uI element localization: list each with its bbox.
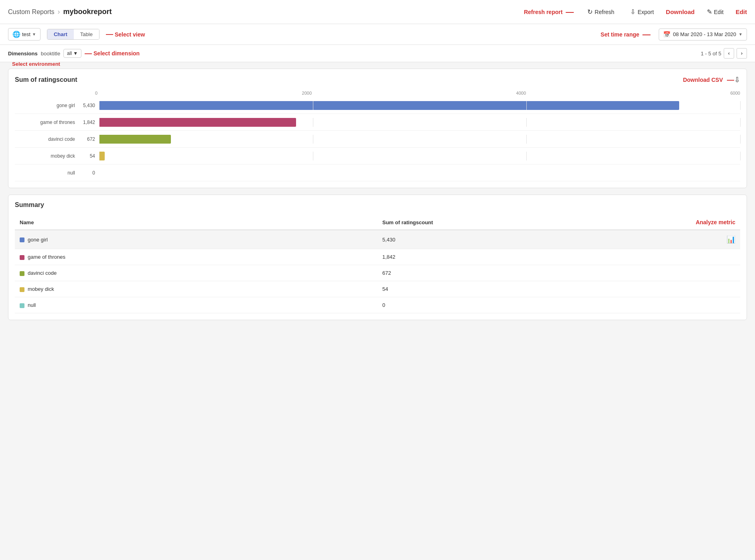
color-indicator (20, 255, 24, 260)
filter-chevron-icon: ▼ (73, 51, 78, 56)
chart-bar (99, 135, 171, 144)
chart-row-value: 1,842 (79, 120, 99, 125)
breadcrumb-current: mybookreport (63, 8, 112, 16)
table-cell-analyze (668, 249, 740, 265)
summary-card-header: Summary (15, 201, 740, 209)
dimension-filter-dropdown[interactable]: all ▼ (63, 49, 81, 58)
chart-x-axis: 0 2000 4000 6000 (15, 91, 740, 97)
chart-bar-area (99, 118, 740, 127)
table-cell-analyze: 📊 (668, 230, 740, 249)
table-cell-value: 5,430 (378, 230, 668, 249)
table-row: mobey dick54 (15, 281, 740, 297)
next-page-button[interactable]: › (737, 48, 747, 59)
chart-row: game of thrones1,842 (15, 114, 740, 131)
set-time-annotation: Set time range — (601, 30, 652, 39)
pagination-text: 1 - 5 of 5 (701, 51, 721, 57)
table-row: davinci code672 (15, 265, 740, 281)
chart-row-label: null (15, 170, 79, 176)
col-analyze: Analyze metric (668, 215, 740, 230)
dimension-filter-value: all (67, 51, 72, 56)
prev-page-button[interactable]: ‹ (724, 48, 734, 59)
table-cell-name: null (15, 297, 378, 313)
table-cell-value: 0 (378, 297, 668, 313)
table-row: gone girl5,430📊 (15, 230, 740, 249)
main-content: Sum of ratingscount Download CSV — ⇩ 0 2… (0, 62, 755, 327)
refresh-report-annotation: Refresh report — (524, 7, 575, 16)
header-actions: Refresh report — ↻ Refresh ⇩ Export Down… (524, 6, 747, 18)
chart-row: gone girl5,430 (15, 97, 740, 114)
chart-row: davinci code672 (15, 131, 740, 148)
chart-row-value: 672 (79, 136, 99, 142)
download-csv-icon[interactable]: ⇩ (734, 75, 740, 84)
table-row: null0 (15, 297, 740, 313)
chart-row: null0 (15, 164, 740, 181)
select-environment-annotation: Select environment (12, 61, 60, 67)
table-cell-name: davinci code (15, 265, 378, 281)
globe-icon: 🌐 (12, 30, 20, 38)
table-cell-name: gone girl (15, 230, 378, 249)
chart-bar (99, 101, 679, 110)
dimension-field: booktitle (41, 51, 60, 57)
table-cell-analyze (668, 281, 740, 297)
edit-button[interactable]: ✎ Edit (703, 6, 728, 18)
chart-bar-area (99, 135, 740, 144)
chart-area: 0 2000 4000 6000 gone girl5,430game of t… (15, 91, 740, 181)
table-cell-name: mobey dick (15, 281, 378, 297)
chart-rows: gone girl5,430game of thrones1,842davinc… (15, 97, 740, 181)
chart-card: Sum of ratingscount Download CSV — ⇩ 0 2… (8, 69, 747, 188)
breadcrumb-separator: › (58, 8, 60, 16)
chart-bar (99, 118, 296, 127)
refresh-icon: ↻ (587, 8, 593, 16)
date-range-picker[interactable]: 📅 08 Mar 2020 - 13 Mar 2020 ▼ (659, 28, 747, 41)
chart-bar (99, 152, 105, 160)
chart-row: mobey dick54 (15, 148, 740, 164)
toolbar: 🌐 test ▼ Chart Table — Select view Set t… (0, 24, 755, 45)
date-range-value: 08 Mar 2020 - 13 Mar 2020 (673, 31, 737, 37)
table-row: game of thrones1,842 (15, 249, 740, 265)
date-chevron-icon: ▼ (739, 32, 743, 37)
environment-name: test (22, 31, 30, 37)
chart-row-value: 54 (79, 153, 99, 159)
chart-row-label: davinci code (15, 136, 79, 142)
breadcrumb-parent[interactable]: Custom Reports (8, 8, 55, 16)
app-header: Custom Reports › mybookreport Refresh re… (0, 0, 755, 24)
col-value: Sum of ratingscount (378, 215, 668, 230)
color-indicator (20, 303, 24, 308)
col-name: Name (15, 215, 378, 230)
export-button[interactable]: ⇩ Export (626, 6, 658, 18)
chart-bar-area (99, 101, 740, 110)
dimensions-label: Dimensions (8, 51, 38, 57)
download-csv-annotation: Download CSV — (683, 76, 734, 84)
chart-row-value: 0 (79, 170, 99, 176)
chart-bar-area (99, 152, 740, 160)
tab-chart[interactable]: Chart (47, 29, 74, 39)
chart-card-header: Sum of ratingscount Download CSV — ⇩ (15, 75, 740, 84)
table-cell-value: 1,842 (378, 249, 668, 265)
chart-row-label: gone girl (15, 103, 79, 108)
analyze-metric-icon[interactable]: 📊 (727, 235, 735, 243)
summary-card: Summary Name Sum of ratingscount Analyze… (8, 195, 747, 320)
chart-row-label: game of thrones (15, 120, 79, 125)
chart-title: Sum of ratingscount (15, 76, 683, 83)
chart-row-value: 5,430 (79, 103, 99, 108)
select-view-annotation: — Select view (106, 30, 145, 39)
summary-title: Summary (15, 201, 740, 209)
color-indicator (20, 271, 24, 276)
pagination: 1 - 5 of 5 ‹ › (701, 48, 747, 59)
table-cell-analyze (668, 297, 740, 313)
select-dimension-annotation: — Select dimension (85, 49, 140, 58)
edit-annotation: Edit (736, 8, 747, 15)
breadcrumb: Custom Reports › mybookreport (8, 8, 524, 16)
color-indicator (20, 287, 24, 292)
refresh-button[interactable]: ↻ Refresh (583, 6, 618, 18)
download-annotation: Download (666, 8, 695, 15)
dimensions-bar: Dimensions booktitle all ▼ — Select dime… (0, 45, 755, 62)
table-cell-value: 54 (378, 281, 668, 297)
chevron-down-icon: ▼ (32, 32, 36, 37)
environment-selector[interactable]: 🌐 test ▼ (8, 28, 41, 41)
analyze-metric-annotation: Analyze metric (696, 219, 735, 225)
tab-table[interactable]: Table (74, 29, 99, 39)
calendar-icon: 📅 (663, 31, 671, 38)
chart-row-label: mobey dick (15, 153, 79, 159)
table-cell-value: 672 (378, 265, 668, 281)
